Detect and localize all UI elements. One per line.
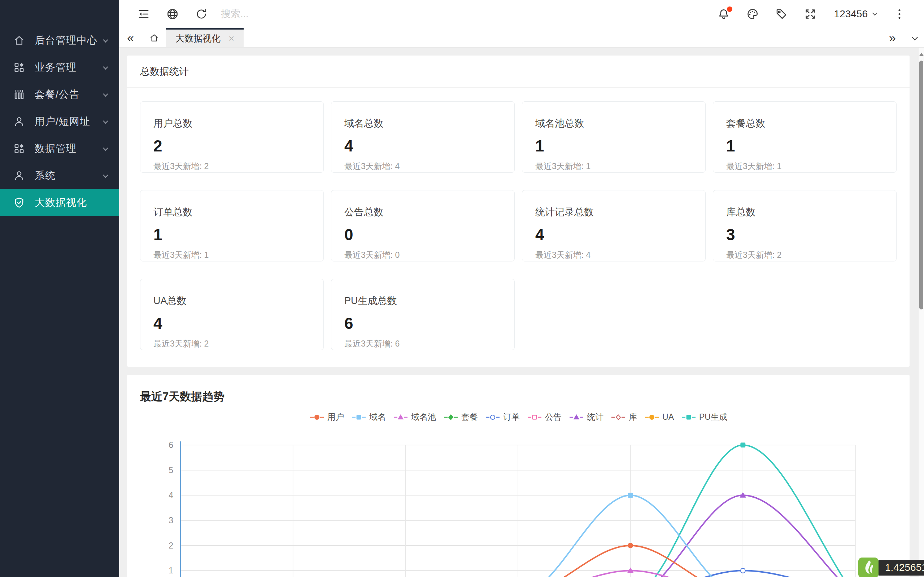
stat-card: UA总数4最近3天新增: 2 (140, 279, 324, 350)
legend-item-统计[interactable]: 统计 (569, 411, 604, 423)
chevron-down-icon (103, 145, 108, 150)
legend-marker-icon (351, 414, 366, 421)
legend-marker-icon (611, 414, 626, 421)
user-icon (13, 169, 25, 182)
legend-marker-icon (443, 414, 459, 421)
home-icon (149, 33, 159, 43)
stat-card-title: 用户总数 (153, 117, 310, 130)
columns-icon (13, 89, 25, 101)
sidebar-item-label: 套餐/公告 (35, 88, 103, 102)
stat-card-value: 2 (153, 137, 310, 155)
legend-item-用户[interactable]: 用户 (309, 411, 344, 423)
chevron-down-icon (103, 118, 108, 123)
tab-home[interactable] (142, 28, 166, 47)
stat-card-subtext: 最近3天新增: 4 (344, 161, 501, 172)
chevron-down-icon (872, 10, 877, 16)
sidebar-menu: 后台管理中心业务管理套餐/公告用户/短网址数据管理系统大数据视化 (0, 27, 119, 216)
legend-item-UA[interactable]: UA (644, 412, 674, 422)
legend-label: 库 (629, 411, 637, 423)
sidebar-item-1[interactable]: 后台管理中心 (0, 27, 119, 54)
collapse-icon[interactable] (137, 8, 150, 21)
stat-card-subtext: 最近3天新增: 2 (153, 338, 310, 350)
home-icon (13, 34, 25, 47)
stats-panel: 总数据统计 用户总数2最近3天新增: 2域名总数4最近3天新增: 4域名池总数1… (127, 56, 909, 367)
legend-item-域名池[interactable]: 域名池 (393, 411, 436, 423)
components-icon (13, 142, 25, 155)
sidebar-item-6[interactable]: 系统 (0, 162, 119, 189)
stat-card: 套餐总数1最近3天新增: 1 (713, 102, 897, 173)
tabs-scroll-left-button[interactable]: « (119, 28, 142, 47)
tab-active[interactable]: 大数据视化 × (166, 28, 244, 47)
stat-card-value: 3 (726, 226, 883, 244)
svg-text:2: 2 (168, 541, 173, 550)
chevron-down-icon (103, 91, 108, 96)
stat-card-title: PU生成总数 (344, 294, 501, 307)
chevron-down-icon (103, 64, 108, 69)
components-icon (13, 61, 25, 74)
refresh-icon[interactable] (195, 8, 208, 21)
scroll-up-arrow-icon[interactable] (919, 53, 924, 56)
sidebar-item-3[interactable]: 套餐/公告 (0, 81, 119, 108)
tabs-scroll-right-button[interactable]: » (881, 28, 904, 47)
svg-text:1: 1 (168, 566, 173, 575)
sidebar-item-label: 后台管理中心 (35, 34, 103, 47)
debug-toolbar[interactable]: 1.425651s (858, 558, 924, 577)
trend-panel: 最近7天数据趋势 用户域名域名池套餐订单公告统计库UAPU生成 0123456 (127, 375, 909, 577)
stat-card-title: 套餐总数 (726, 117, 883, 130)
notification-badge-dot (727, 6, 732, 12)
vertical-scrollbar[interactable] (918, 48, 924, 577)
stat-card-subtext: 最近3天新增: 2 (153, 161, 310, 172)
kebab-menu-icon[interactable] (893, 8, 906, 21)
legend-item-库[interactable]: 库 (611, 411, 637, 423)
tag-icon[interactable] (775, 8, 788, 21)
stats-cards-grid: 用户总数2最近3天新增: 2域名总数4最近3天新增: 4域名池总数1最近3天新增… (127, 88, 909, 367)
legend-marker-icon (569, 414, 584, 421)
user-icon (13, 115, 25, 128)
legend-item-PU生成[interactable]: PU生成 (681, 411, 727, 423)
search-input[interactable] (221, 8, 373, 19)
stat-card-value: 4 (535, 226, 692, 244)
trend-title: 最近7天数据趋势 (140, 389, 225, 404)
bell-icon[interactable] (717, 8, 730, 21)
sidebar: 后台管理中心业务管理套餐/公告用户/短网址数据管理系统大数据视化 (0, 0, 119, 577)
sidebar-item-label: 业务管理 (35, 61, 103, 74)
thinkphp-logo-icon[interactable] (858, 558, 879, 577)
scrollbar-thumb[interactable] (919, 61, 923, 309)
stat-card-value: 0 (344, 226, 501, 244)
stat-card: 统计记录总数4最近3天新增: 4 (522, 190, 706, 261)
sidebar-item-label: 用户/短网址 (35, 115, 103, 128)
user-menu[interactable]: 123456 (834, 8, 876, 20)
close-icon[interactable]: × (228, 34, 234, 44)
sidebar-item-label: 数据管理 (35, 142, 103, 155)
legend-label: 域名池 (411, 411, 436, 423)
legend-item-套餐[interactable]: 套餐 (443, 411, 478, 423)
sidebar-item-5[interactable]: 数据管理 (0, 135, 119, 162)
main-content: 总数据统计 用户总数2最近3天新增: 2域名总数4最近3天新增: 4域名池总数1… (119, 48, 918, 577)
legend-item-公告[interactable]: 公告 (527, 411, 562, 423)
legend-label: 套餐 (461, 411, 478, 423)
legend-item-订单[interactable]: 订单 (485, 411, 520, 423)
stat-card: 用户总数2最近3天新增: 2 (140, 102, 324, 173)
stat-card-subtext: 最近3天新增: 2 (726, 250, 883, 261)
stat-card-subtext: 最近3天新增: 0 (344, 250, 501, 261)
legend-label: 订单 (503, 411, 520, 423)
stat-card-value: 1 (153, 226, 310, 244)
sidebar-item-2[interactable]: 业务管理 (0, 54, 119, 81)
stat-card-subtext: 最近3天新增: 6 (344, 338, 501, 350)
topbar-left-icons (129, 8, 216, 21)
chevron-down-icon (103, 37, 108, 42)
legend-label: UA (662, 412, 674, 422)
tabs-dropdown-button[interactable] (904, 28, 924, 47)
stat-card: 域名池总数1最近3天新增: 1 (522, 102, 706, 173)
debug-time-badge: 1.425651s (879, 560, 924, 575)
stat-card-subtext: 最近3天新增: 1 (726, 161, 883, 172)
sidebar-item-4[interactable]: 用户/短网址 (0, 108, 119, 135)
globe-icon[interactable] (166, 8, 179, 21)
legend-item-域名[interactable]: 域名 (351, 411, 386, 423)
fullscreen-icon[interactable] (804, 8, 817, 21)
legend-label: 公告 (545, 411, 562, 423)
palette-icon[interactable] (746, 8, 759, 21)
stat-card-subtext: 最近3天新增: 1 (153, 250, 310, 261)
sidebar-item-7[interactable]: 大数据视化 (0, 189, 119, 216)
stat-card-title: 域名总数 (344, 117, 501, 130)
